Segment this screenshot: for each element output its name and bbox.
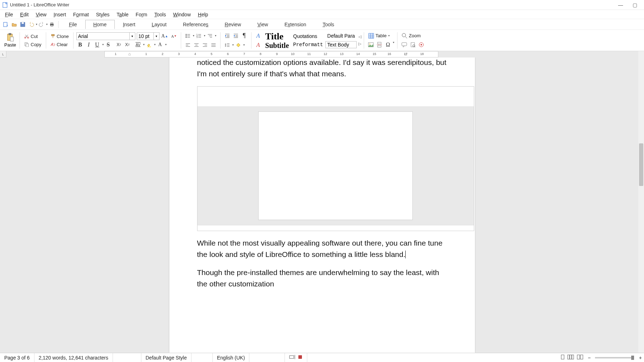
menu-insert[interactable]: Insert: [50, 11, 70, 18]
status-page[interactable]: Page 3 of 6: [0, 353, 34, 362]
embedded-screenshot-image[interactable]: [197, 86, 474, 231]
document-paragraph[interactable]: While not the most visually appealing so…: [197, 237, 447, 260]
new-doc-icon[interactable]: +: [2, 21, 10, 28]
underline-dropdown[interactable]: ▾: [102, 43, 104, 46]
insert-page-break-button[interactable]: [375, 41, 383, 49]
signature-status-icon[interactable]: [298, 355, 303, 361]
zoom-slider[interactable]: [595, 357, 634, 358]
style-text-body[interactable]: Text Body: [325, 41, 357, 48]
open-doc-icon[interactable]: [10, 21, 18, 28]
line-spacing-dropdown[interactable]: ▾: [232, 43, 234, 46]
undo-icon[interactable]: [27, 21, 35, 28]
insert-comment-button[interactable]: [400, 41, 408, 49]
style-quotations[interactable]: Quotations: [291, 33, 325, 39]
number-list-dropdown[interactable]: ▾: [204, 34, 205, 37]
style-preformatted[interactable]: Preformatt: [291, 42, 325, 48]
status-word-count[interactable]: 2,120 words, 12,641 characters: [34, 353, 113, 362]
font-color-dropdown[interactable]: ▾: [165, 43, 167, 46]
align-left-button[interactable]: [184, 41, 192, 49]
tab-insert[interactable]: Insert: [115, 20, 144, 29]
menu-edit[interactable]: Edit: [17, 11, 32, 18]
bullet-list-button[interactable]: [184, 32, 192, 40]
align-justify-button[interactable]: [210, 41, 217, 49]
align-center-button[interactable]: [193, 41, 200, 49]
menu-form[interactable]: Form: [132, 11, 151, 18]
style-subtitle[interactable]: Subtitle: [264, 42, 291, 49]
redo-dropdown[interactable]: ▾: [46, 23, 48, 26]
horizontal-ruler[interactable]: ⌂ ⌂ 1 1 2 3 4 5 6 7 8 9 10 11 12 13 14 1…: [104, 51, 438, 57]
style-gallery-prev[interactable]: ◁: [357, 33, 362, 40]
font-size-dropdown[interactable]: ▾: [154, 32, 159, 40]
insert-symbol-dropdown[interactable]: ▾: [393, 41, 394, 49]
vertical-scrollbar[interactable]: [638, 51, 644, 353]
menu-format[interactable]: Format: [70, 11, 92, 18]
style-title[interactable]: Title: [264, 32, 291, 42]
underline-button[interactable]: U: [93, 41, 101, 49]
style-gallery-next[interactable]: ▷: [357, 40, 362, 48]
scrollbar-thumb[interactable]: [639, 143, 643, 186]
grow-font-icon[interactable]: A▲: [161, 32, 169, 40]
formatting-marks-button[interactable]: ¶: [240, 32, 248, 40]
background-color-button[interactable]: [234, 41, 242, 49]
font-size-combo[interactable]: ▾: [137, 32, 159, 40]
tab-layout[interactable]: Layout: [144, 20, 175, 29]
bullet-list-dropdown[interactable]: ▾: [193, 34, 194, 37]
char-spacing-button[interactable]: AV: [134, 41, 142, 49]
paste-button[interactable]: Paste: [2, 33, 18, 48]
decrease-indent-button[interactable]: [232, 32, 240, 40]
char-spacing-dropdown[interactable]: ▾: [143, 43, 145, 46]
tab-extension[interactable]: Extension: [276, 20, 315, 29]
single-page-view-icon[interactable]: [560, 354, 565, 361]
multi-page-view-icon[interactable]: [567, 354, 574, 361]
zoom-in-button[interactable]: +: [637, 355, 644, 361]
cut-button[interactable]: Cut: [23, 33, 43, 40]
copy-button[interactable]: Copy: [23, 41, 43, 48]
book-view-icon[interactable]: [577, 354, 584, 361]
print-preview-button[interactable]: [409, 41, 417, 49]
strikethrough-button[interactable]: S: [104, 41, 112, 49]
menu-styles[interactable]: Styles: [92, 11, 113, 18]
menu-file[interactable]: File: [1, 11, 17, 18]
font-color-button[interactable]: A: [156, 41, 164, 49]
status-page-style[interactable]: Default Page Style: [141, 353, 191, 362]
font-name-input[interactable]: [76, 32, 130, 40]
document-paragraph[interactable]: Though the pre-installed themes are unde…: [197, 267, 447, 289]
ruler-left-indent-marker[interactable]: ⌂: [128, 51, 131, 56]
align-right-button[interactable]: [201, 41, 209, 49]
style-default-para[interactable]: Default Para: [325, 33, 357, 39]
clone-format-button[interactable]: Clone: [49, 33, 70, 40]
insert-symbol-button[interactable]: Ω: [384, 41, 392, 49]
outline-list-button[interactable]: [206, 32, 214, 40]
font-name-dropdown[interactable]: ▾: [130, 32, 135, 40]
increase-indent-button[interactable]: [223, 32, 231, 40]
status-language[interactable]: English (UK): [213, 353, 250, 362]
highlight-dropdown[interactable]: ▾: [154, 43, 156, 46]
outline-list-dropdown[interactable]: ▾: [215, 34, 216, 37]
para-style-icon[interactable]: A: [254, 32, 262, 40]
insert-mode-icon[interactable]: [289, 355, 296, 361]
menu-tools[interactable]: Tools: [151, 11, 170, 18]
char-style-icon[interactable]: A: [254, 41, 262, 49]
subscript-button[interactable]: X2: [115, 41, 123, 49]
line-spacing-button[interactable]: [223, 41, 231, 49]
clear-format-button[interactable]: A Clear: [49, 41, 70, 48]
tab-review[interactable]: Review: [217, 20, 249, 29]
redo-icon[interactable]: [38, 21, 45, 28]
document-paragraph[interactable]: noticed the customization options availa…: [197, 57, 447, 79]
insert-table-button[interactable]: Table ▾: [367, 32, 394, 39]
table-dropdown[interactable]: ▾: [388, 34, 390, 37]
insert-image-button[interactable]: [367, 41, 375, 49]
minimize-button[interactable]: —: [613, 1, 628, 9]
tab-home[interactable]: Home: [85, 20, 115, 29]
tab-view[interactable]: View: [249, 20, 276, 29]
track-changes-button[interactable]: [417, 41, 425, 49]
number-list-button[interactable]: 123: [195, 32, 203, 40]
menu-window[interactable]: Window: [169, 11, 194, 18]
font-size-input[interactable]: [137, 32, 154, 40]
maximize-button[interactable]: ▢: [628, 1, 642, 9]
shrink-font-icon[interactable]: A▼: [170, 32, 178, 40]
zoom-slider-knob[interactable]: [631, 356, 634, 360]
menu-help[interactable]: Help: [194, 11, 212, 18]
zoom-out-button[interactable]: −: [586, 355, 592, 361]
print-icon[interactable]: [48, 21, 56, 28]
